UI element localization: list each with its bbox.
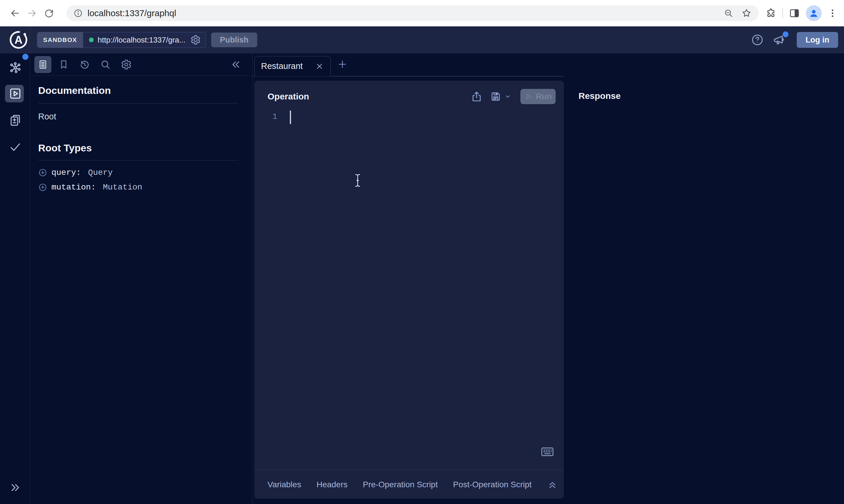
root-type-row-query: query: Query xyxy=(38,165,238,180)
apollo-topbar: A SANDBOX http://localhost:1337/gra... P… xyxy=(0,26,844,53)
help-button[interactable] xyxy=(751,33,764,46)
circle-plus-icon[interactable] xyxy=(38,168,47,177)
endpoint-pill: SANDBOX http://localhost:1337/gra... xyxy=(37,32,206,48)
back-arrow-icon xyxy=(10,8,20,18)
divider xyxy=(38,103,238,104)
connection-status-dot xyxy=(89,38,94,42)
checkmark-icon xyxy=(8,140,22,154)
circle-plus-icon[interactable] xyxy=(38,183,47,192)
operation-code-area[interactable] xyxy=(284,107,558,466)
history-clock-icon xyxy=(79,59,90,70)
diff-documents-icon xyxy=(8,113,22,127)
topbar-divider xyxy=(30,26,30,53)
connection-settings-gear-icon[interactable] xyxy=(190,35,201,45)
back-button[interactable] xyxy=(6,5,23,22)
save-button-group[interactable] xyxy=(490,91,512,102)
nav-schema-graph[interactable] xyxy=(0,61,30,74)
gear-icon xyxy=(121,59,132,70)
schema-notification-dot xyxy=(22,54,29,60)
apollo-logo[interactable]: A xyxy=(8,30,29,50)
docs-content: Documentation Root Root Types query: Que… xyxy=(30,76,252,195)
tab-documentation[interactable] xyxy=(34,56,51,73)
type-link[interactable]: Query xyxy=(88,168,113,177)
login-button[interactable]: Log in xyxy=(797,32,838,48)
sandbox-badge: SANDBOX xyxy=(37,32,83,48)
profile-avatar[interactable] xyxy=(806,5,822,21)
run-label: Run xyxy=(536,92,552,101)
reload-button[interactable] xyxy=(40,5,57,22)
operation-header: Operation Run xyxy=(254,81,564,104)
url-bar[interactable]: localhost:1337/graphql xyxy=(66,5,759,21)
extensions-icon[interactable] xyxy=(765,7,776,19)
nav-changelog[interactable] xyxy=(0,113,30,127)
share-icon[interactable] xyxy=(470,90,483,103)
tab-search[interactable] xyxy=(97,56,114,73)
document-icon xyxy=(38,59,48,70)
plus-icon xyxy=(337,59,348,70)
docs-toolbar xyxy=(30,53,252,76)
bookmark-star-icon[interactable] xyxy=(741,8,752,18)
search-icon xyxy=(100,59,111,70)
chrome-divider xyxy=(782,8,783,18)
site-info-icon xyxy=(73,8,83,18)
root-type-row-mutation: mutation: Mutation xyxy=(38,180,238,195)
docs-title: Documentation xyxy=(38,85,238,96)
docs-root-link[interactable]: Root xyxy=(38,112,238,122)
tab-post-operation-script[interactable]: Post-Operation Script xyxy=(453,480,532,489)
person-icon xyxy=(808,7,820,19)
collapse-docs-button[interactable] xyxy=(230,59,242,70)
svg-text:A: A xyxy=(14,34,22,46)
menu-kebab-icon[interactable] xyxy=(828,8,838,18)
run-button[interactable]: Run xyxy=(520,89,556,104)
operation-tab-title: Restaurant xyxy=(261,61,303,71)
double-chevron-left-icon xyxy=(230,59,242,70)
expand-rail-button[interactable] xyxy=(0,481,30,494)
new-tab-button[interactable] xyxy=(336,58,349,71)
root-types-title: Root Types xyxy=(38,142,238,154)
graph-network-icon xyxy=(8,61,22,74)
field-name: mutation: xyxy=(51,183,96,192)
tab-saved-operations[interactable] xyxy=(55,56,72,73)
tab-history[interactable] xyxy=(76,56,93,73)
operation-footer: Variables Headers Pre-Operation Script P… xyxy=(254,470,564,499)
operation-editor-panel: Operation Run 1 Variables xyxy=(254,81,564,499)
forward-arrow-icon xyxy=(27,8,37,18)
documentation-panel: Documentation Root Root Types query: Que… xyxy=(30,53,253,504)
response-panel: Response xyxy=(564,53,844,504)
editor-line-number: 1 xyxy=(271,112,277,121)
close-icon[interactable] xyxy=(315,62,324,71)
expand-footer-button[interactable] xyxy=(547,479,558,490)
operation-tab[interactable]: Restaurant xyxy=(254,56,331,76)
keyboard-shortcuts-icon[interactable] xyxy=(540,446,554,458)
reload-icon xyxy=(44,8,54,18)
help-question-icon xyxy=(751,33,764,46)
tab-variables[interactable]: Variables xyxy=(268,480,301,489)
side-panel-icon[interactable] xyxy=(789,7,800,19)
workspace: Restaurant Operation Run xyxy=(253,53,844,504)
response-title: Response xyxy=(579,91,621,101)
tab-pre-operation-script[interactable]: Pre-Operation Script xyxy=(363,480,438,489)
announcement-notification-dot xyxy=(782,31,789,37)
save-floppy-icon xyxy=(490,91,502,102)
zoom-out-icon[interactable] xyxy=(724,8,734,18)
left-rail xyxy=(0,53,30,504)
operation-title: Operation xyxy=(268,92,309,102)
caret-down-icon xyxy=(504,93,512,100)
tab-settings[interactable] xyxy=(118,56,135,73)
tab-headers[interactable]: Headers xyxy=(316,480,348,489)
field-name: query: xyxy=(51,168,81,177)
double-chevron-up-icon xyxy=(547,479,558,490)
bookmark-icon xyxy=(58,59,69,70)
ibeam-mouse-cursor xyxy=(354,173,362,188)
nav-explorer[interactable] xyxy=(0,87,30,101)
explorer-play-icon xyxy=(8,87,22,101)
play-outline-icon xyxy=(524,92,532,101)
browser-chrome: localhost:1337/graphql xyxy=(0,0,844,26)
forward-button[interactable] xyxy=(23,5,40,22)
type-link[interactable]: Mutation xyxy=(103,183,142,192)
nav-checks[interactable] xyxy=(0,140,30,154)
announcements-button[interactable] xyxy=(773,33,786,47)
endpoint-url-input[interactable]: http://localhost:1337/gra... xyxy=(98,36,186,44)
publish-button[interactable]: Publish xyxy=(211,33,258,47)
url-text: localhost:1337/graphql xyxy=(87,8,176,18)
